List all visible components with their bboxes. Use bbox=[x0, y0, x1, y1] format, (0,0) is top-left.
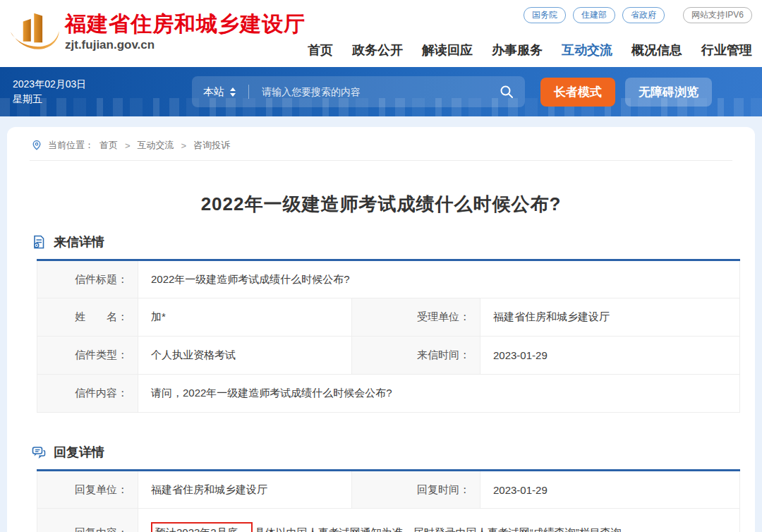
search-button[interactable] bbox=[500, 85, 514, 99]
document-icon bbox=[31, 234, 47, 250]
table-row: 姓 名： 加* 受理单位： 福建省住房和城乡建设厅 bbox=[37, 298, 740, 337]
quick-links-row: 国务院 住建部 省政府 网站支持IPV6 bbox=[524, 7, 752, 23]
nav-overview[interactable]: 概况信息 bbox=[631, 42, 682, 59]
nav-services[interactable]: 办事服务 bbox=[492, 42, 543, 59]
breadcrumb-prefix: 当前位置： bbox=[48, 139, 94, 152]
nav-interaction[interactable]: 互动交流 bbox=[562, 42, 612, 59]
chat-icon bbox=[31, 445, 47, 460]
reply-unit-label: 回复单位： bbox=[37, 471, 138, 509]
nav-gov-affairs[interactable]: 政务公开 bbox=[352, 42, 403, 59]
letter-type-value: 个人执业资格考试 bbox=[138, 337, 352, 375]
accessibility-button[interactable]: 无障碍浏览 bbox=[625, 78, 712, 107]
current-date: 2023年02月03日 bbox=[13, 77, 119, 92]
location-pin-icon bbox=[31, 140, 42, 151]
letter-type-label: 信件类型： bbox=[37, 337, 138, 375]
breadcrumb-interaction[interactable]: 互动交流 bbox=[138, 139, 174, 152]
reply-time-label: 回复时间： bbox=[352, 471, 480, 509]
letter-unit-label: 受理单位： bbox=[352, 298, 480, 337]
letter-section-header: 来信详情 bbox=[31, 234, 755, 250]
site-name: 福建省住房和城乡建设厅 bbox=[65, 12, 306, 36]
date-block: 2023年02月03日 星期五 bbox=[13, 77, 119, 107]
nav-industry[interactable]: 行业管理 bbox=[701, 42, 752, 59]
site-header: 福建省住房和城乡建设厅 zjt.fujian.gov.cn 国务院 住建部 省政… bbox=[0, 0, 762, 67]
letter-detail-table: 信件标题： 2022年一级建造师考试成绩什么时候公布? 姓 名： 加* 受理单位… bbox=[37, 259, 740, 413]
page-title: 2022年一级建造师考试成绩什么时候公布? bbox=[7, 192, 755, 217]
reply-section-title: 回复详情 bbox=[54, 444, 104, 461]
table-row: 信件内容： 请问，2022年一级建造师考试成绩什么时候会公布? bbox=[37, 375, 740, 413]
nav-home[interactable]: 首页 bbox=[308, 42, 333, 59]
breadcrumb-divider bbox=[30, 160, 732, 161]
highlight-annotation-box: 预计2023年2月底， bbox=[151, 522, 253, 532]
building-logo-icon bbox=[8, 6, 61, 58]
breadcrumb: 当前位置： 首页 > 互动交流 > 咨询投诉 bbox=[7, 127, 755, 160]
breadcrumb-consult[interactable]: 咨询投诉 bbox=[193, 139, 230, 152]
content-card: 当前位置： 首页 > 互动交流 > 咨询投诉 2022年一级建造师考试成绩什么时… bbox=[7, 127, 755, 532]
link-provincial-gov[interactable]: 省政府 bbox=[622, 7, 665, 23]
table-row: 信件标题： 2022年一级建造师考试成绩什么时候公布? bbox=[37, 260, 740, 298]
ipv6-badge: 网站支持IPV6 bbox=[683, 7, 752, 23]
search-icon bbox=[500, 85, 514, 99]
search-divider bbox=[248, 85, 249, 99]
current-weekday: 星期五 bbox=[13, 92, 119, 107]
banner-bar: 2023年02月03日 星期五 本站 长者模式 无障碍浏览 bbox=[0, 67, 762, 116]
site-logo-link[interactable]: 福建省住房和城乡建设厅 zjt.fujian.gov.cn bbox=[8, 6, 306, 58]
reply-detail-table: 回复单位： 福建省住房和城乡建设厅 回复时间： 2023-01-29 回复内容：… bbox=[37, 469, 740, 532]
letter-unit-value: 福建省住房和城乡建设厅 bbox=[480, 298, 740, 337]
link-mohurd[interactable]: 住建部 bbox=[573, 7, 615, 23]
letter-time-label: 来信时间： bbox=[352, 337, 480, 375]
select-arrows-icon bbox=[230, 87, 236, 97]
letter-name-value: 加* bbox=[138, 298, 352, 337]
letter-content-value: 请问，2022年一级建造师考试成绩什么时候会公布? bbox=[138, 375, 740, 413]
table-row: 回复内容： 预计2023年2月底，具体以中国人事考试网通知为准，届时登录中国人事… bbox=[37, 509, 740, 532]
search-scope-select[interactable]: 本站 bbox=[203, 85, 236, 99]
nav-interpretation[interactable]: 解读回应 bbox=[422, 42, 473, 59]
reply-unit-value: 福建省住房和城乡建设厅 bbox=[138, 471, 352, 509]
main-navigation: 首页 政务公开 解读回应 办事服务 互动交流 概况信息 行业管理 bbox=[308, 42, 752, 59]
letter-time-value: 2023-01-29 bbox=[480, 337, 740, 375]
breadcrumb-separator: > bbox=[125, 140, 131, 151]
breadcrumb-home[interactable]: 首页 bbox=[99, 139, 118, 152]
letter-section-title: 来信详情 bbox=[54, 234, 104, 250]
table-row: 信件类型： 个人执业资格考试 来信时间： 2023-01-29 bbox=[37, 337, 740, 375]
reply-time-value: 2023-01-29 bbox=[480, 471, 740, 509]
letter-title-label: 信件标题： bbox=[37, 260, 138, 298]
reply-content-label: 回复内容： bbox=[37, 509, 138, 532]
reply-content-rest: 具体以中国人事考试网通知为准，届时登录中国人事考试网“成绩查询”栏目查询。 bbox=[255, 526, 632, 532]
link-state-council[interactable]: 国务院 bbox=[524, 7, 566, 23]
letter-name-label: 姓 名： bbox=[37, 298, 138, 337]
search-scope-value: 本站 bbox=[203, 85, 224, 99]
elder-mode-button[interactable]: 长者模式 bbox=[540, 78, 615, 107]
breadcrumb-separator: > bbox=[181, 140, 187, 151]
reply-content-value: 预计2023年2月底，具体以中国人事考试网通知为准，届时登录中国人事考试网“成绩… bbox=[138, 509, 740, 532]
search-box: 本站 bbox=[192, 76, 525, 107]
letter-content-label: 信件内容： bbox=[37, 375, 138, 413]
search-input[interactable] bbox=[262, 86, 500, 97]
letter-title-value: 2022年一级建造师考试成绩什么时候公布? bbox=[138, 260, 740, 298]
site-url: zjt.fujian.gov.cn bbox=[65, 38, 306, 52]
reply-section-header: 回复详情 bbox=[31, 444, 755, 461]
table-row: 回复单位： 福建省住房和城乡建设厅 回复时间： 2023-01-29 bbox=[37, 471, 740, 509]
